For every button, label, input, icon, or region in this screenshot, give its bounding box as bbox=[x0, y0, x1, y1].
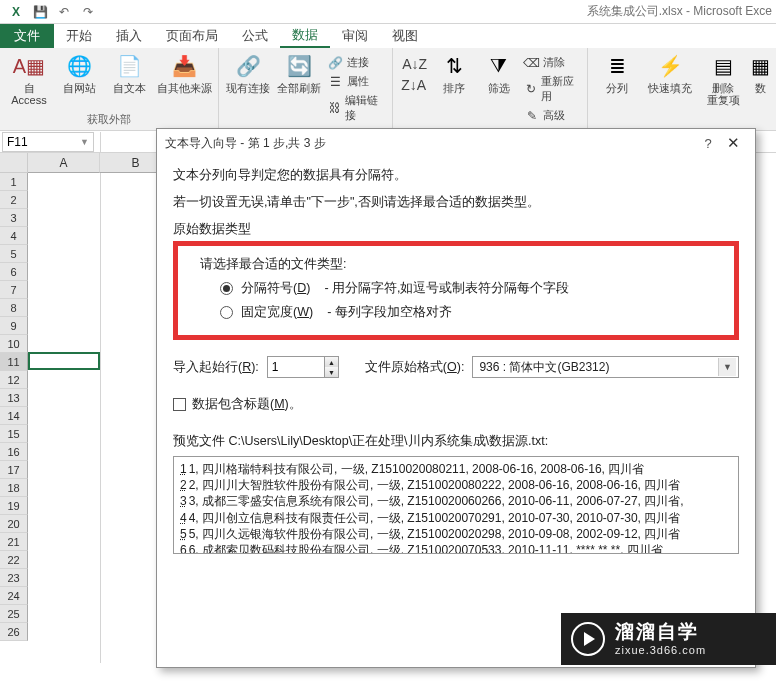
existing-connections-button[interactable]: 🔗 现有连接 bbox=[225, 50, 272, 128]
row-header[interactable]: 12 bbox=[0, 371, 28, 389]
tab-page-layout[interactable]: 页面布局 bbox=[154, 24, 230, 48]
has-headers-label: 数据包含标题(M)。 bbox=[192, 396, 302, 413]
radio-fixed-width[interactable] bbox=[220, 306, 233, 319]
sort-descending-button[interactable]: Z↓A bbox=[399, 76, 430, 94]
file-origin-dropdown[interactable]: 936 : 简体中文(GB2312) ▼ bbox=[472, 356, 739, 378]
watermark-text: 溜溜自学 bbox=[615, 621, 706, 644]
filter-options: ⌫清除 ↻重新应用 ✎高级 bbox=[523, 50, 581, 128]
connections-item[interactable]: 🔗连接 bbox=[327, 54, 386, 71]
column-header-a[interactable]: A bbox=[28, 153, 100, 173]
row-header[interactable]: 23 bbox=[0, 569, 28, 587]
tab-insert[interactable]: 插入 bbox=[104, 24, 154, 48]
row-header[interactable]: 6 bbox=[0, 263, 28, 281]
chevron-down-icon[interactable]: ▼ bbox=[80, 137, 89, 147]
row-header[interactable]: 22 bbox=[0, 551, 28, 569]
name-box[interactable]: F11 ▼ bbox=[2, 132, 94, 152]
start-row-spinner[interactable]: ▲▼ bbox=[267, 356, 339, 378]
dialog-intro-2: 若一切设置无误,请单击"下一步",否则请选择最合适的数据类型。 bbox=[173, 194, 739, 211]
title-bar: X 💾 ↶ ↷ 系统集成公司.xlsx - Microsoft Exce bbox=[0, 0, 776, 24]
tab-home[interactable]: 开始 bbox=[54, 24, 104, 48]
tab-review[interactable]: 审阅 bbox=[330, 24, 380, 48]
data-val-icon: ▦ bbox=[748, 54, 772, 78]
row-header[interactable]: 16 bbox=[0, 443, 28, 461]
row-header[interactable]: 19 bbox=[0, 497, 28, 515]
tab-formulas[interactable]: 公式 bbox=[230, 24, 280, 48]
row-header[interactable]: 14 bbox=[0, 407, 28, 425]
redo-icon[interactable]: ↷ bbox=[78, 2, 98, 22]
tab-data[interactable]: 数据 bbox=[280, 24, 330, 48]
row-header[interactable]: 24 bbox=[0, 587, 28, 605]
text-to-columns-button[interactable]: ≣ 分列 bbox=[594, 50, 640, 128]
row-header[interactable]: 2 bbox=[0, 191, 28, 209]
tab-file[interactable]: 文件 bbox=[0, 24, 54, 48]
row-header[interactable]: 1 bbox=[0, 173, 28, 191]
row-header[interactable]: 15 bbox=[0, 425, 28, 443]
original-data-type-label: 原始数据类型 bbox=[173, 221, 739, 238]
has-headers-checkbox[interactable] bbox=[173, 398, 186, 411]
row-header[interactable]: 18 bbox=[0, 479, 28, 497]
connections-list: 🔗连接 ☰属性 ⛓编辑链接 bbox=[327, 50, 386, 128]
filter-button[interactable]: ⧩ 筛选 bbox=[478, 50, 518, 128]
group-get-external: A▦ 自 Access 🌐 自网站 📄 自文本 📥 自其他来源 获取外部 bbox=[0, 48, 219, 130]
help-button[interactable]: ? bbox=[697, 136, 719, 151]
group-connections: 🔗 现有连接 🔄 全部刷新 🔗连接 ☰属性 ⛓编辑链接 bbox=[219, 48, 393, 130]
row-header[interactable]: 20 bbox=[0, 515, 28, 533]
ribbon-tabs: 文件 开始 插入 页面布局 公式 数据 审阅 视图 bbox=[0, 24, 776, 48]
start-row-label: 导入起始行(R): bbox=[173, 359, 259, 376]
undo-icon[interactable]: ↶ bbox=[54, 2, 74, 22]
dialog-body: 文本分列向导判定您的数据具有分隔符。 若一切设置无误,请单击"下一步",否则请选… bbox=[157, 157, 755, 564]
sort-button[interactable]: ⇅ 排序 bbox=[434, 50, 474, 128]
row-header[interactable]: 7 bbox=[0, 281, 28, 299]
chevron-down-icon[interactable]: ▼ bbox=[718, 358, 736, 376]
flash-fill-button[interactable]: ⚡ 快速填充 bbox=[644, 50, 696, 128]
start-row-input[interactable] bbox=[268, 357, 324, 377]
refresh-all-button[interactable]: 🔄 全部刷新 bbox=[276, 50, 323, 128]
radio-delimited[interactable] bbox=[220, 282, 233, 295]
spin-down-icon[interactable]: ▼ bbox=[325, 367, 338, 377]
web-icon: 🌐 bbox=[67, 54, 91, 78]
row-header[interactable]: 17 bbox=[0, 461, 28, 479]
row-header[interactable]: 8 bbox=[0, 299, 28, 317]
flash-fill-icon: ⚡ bbox=[658, 54, 682, 78]
from-other-button[interactable]: 📥 自其他来源 bbox=[156, 50, 212, 112]
preview-line: 44, 四川创立信息科技有限责任公司, 一级, Z1510020070291, … bbox=[180, 510, 732, 526]
select-all-triangle[interactable] bbox=[0, 153, 28, 173]
row-header[interactable]: 25 bbox=[0, 605, 28, 623]
refresh-icon: 🔄 bbox=[287, 54, 311, 78]
row-header[interactable]: 5 bbox=[0, 245, 28, 263]
row-header[interactable]: 11 bbox=[0, 353, 28, 371]
close-button[interactable]: ✕ bbox=[719, 134, 747, 152]
radio-delimited-desc: - 用分隔字符,如逗号或制表符分隔每个字段 bbox=[324, 280, 569, 297]
from-access-button[interactable]: A▦ 自 Access bbox=[6, 50, 52, 112]
ribbon: A▦ 自 Access 🌐 自网站 📄 自文本 📥 自其他来源 获取外部 🔗 现… bbox=[0, 48, 776, 131]
edit-links-item[interactable]: ⛓编辑链接 bbox=[327, 92, 386, 124]
save-icon[interactable]: 💾 bbox=[30, 2, 50, 22]
properties-item[interactable]: ☰属性 bbox=[327, 73, 386, 90]
file-type-prompt: 请选择最合适的文件类型: bbox=[200, 256, 712, 273]
row-header[interactable]: 10 bbox=[0, 335, 28, 353]
from-text-button[interactable]: 📄 自文本 bbox=[106, 50, 152, 112]
reapply-item[interactable]: ↻重新应用 bbox=[523, 73, 581, 105]
sort-asc-icon: A↓Z bbox=[402, 56, 427, 72]
from-web-button[interactable]: 🌐 自网站 bbox=[56, 50, 102, 112]
preview-line: 66, 成都索贝数码科技股份有限公司, 一级, Z1510020070533, … bbox=[180, 542, 732, 554]
clear-filter-item[interactable]: ⌫清除 bbox=[523, 54, 581, 71]
remove-dup-icon: ▤ bbox=[711, 54, 735, 78]
row-header[interactable]: 3 bbox=[0, 209, 28, 227]
preview-box[interactable]: 11, 四川格瑞特科技有限公司, 一级, Z1510020080211, 200… bbox=[173, 456, 739, 554]
data-validation-button[interactable]: ▦ 数 bbox=[750, 50, 770, 128]
row-header[interactable]: 13 bbox=[0, 389, 28, 407]
row-header[interactable]: 21 bbox=[0, 533, 28, 551]
remove-duplicates-button[interactable]: ▤ 删除重复项 bbox=[700, 50, 746, 128]
tab-view[interactable]: 视图 bbox=[380, 24, 430, 48]
dialog-title-bar[interactable]: 文本导入向导 - 第 1 步,共 3 步 ? ✕ bbox=[157, 129, 755, 157]
spin-up-icon[interactable]: ▲ bbox=[325, 357, 338, 367]
row-header[interactable]: 4 bbox=[0, 227, 28, 245]
advanced-item[interactable]: ✎高级 bbox=[523, 107, 581, 124]
play-icon bbox=[571, 622, 605, 656]
row-header[interactable]: 26 bbox=[0, 623, 28, 641]
name-box-value: F11 bbox=[7, 135, 28, 149]
sort-ascending-button[interactable]: A↓Z bbox=[399, 54, 430, 74]
clear-icon: ⌫ bbox=[525, 56, 539, 70]
row-header[interactable]: 9 bbox=[0, 317, 28, 335]
